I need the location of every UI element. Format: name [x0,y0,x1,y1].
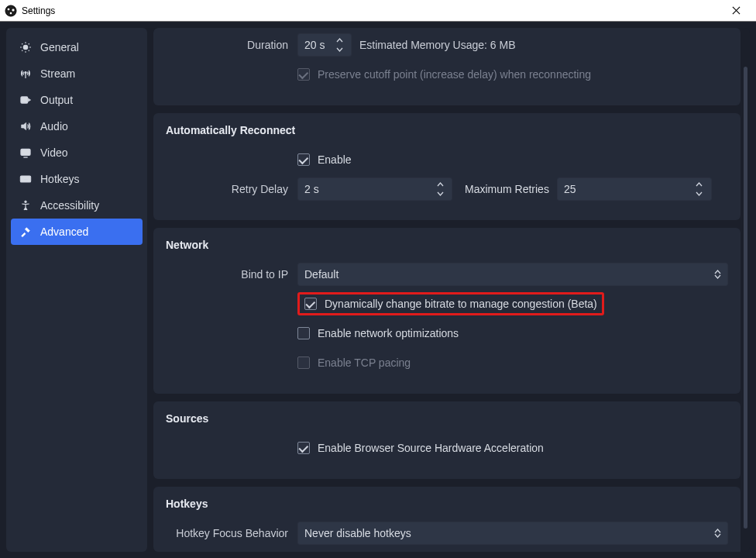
sidebar-item-audio[interactable]: Audio [11,113,143,140]
titlebar: Settings [0,0,756,22]
browser-accel-checkbox[interactable] [297,442,310,454]
svg-rect-8 [21,149,30,155]
gear-icon [19,40,33,54]
preserve-cutoff-checkbox [297,68,310,81]
sidebar-item-label: Video [40,146,68,159]
network-opt-label: Enable network optimizations [318,327,459,339]
sidebar-item-hotkeys[interactable]: Hotkeys [11,166,143,192]
spin-up[interactable] [435,181,445,189]
main-container: General Stream Output Audio Video Hotkey… [0,22,756,558]
spin-up[interactable] [334,36,345,45]
speaker-icon [19,119,33,133]
panel-title: Hotkeys [166,498,728,510]
panel-title: Network [166,239,728,251]
scrollbar[interactable] [744,67,747,529]
tools-icon [19,225,33,239]
tcp-pacing-label: Enable TCP pacing [318,356,411,369]
memory-usage-text: Estimated Memory Usage: 6 MB [359,39,516,51]
svg-rect-7 [21,97,28,103]
svg-point-3 [9,12,12,15]
accessibility-icon [19,198,33,212]
spin-down[interactable] [435,190,445,198]
reconnect-enable-label: Enable [318,153,352,166]
bind-ip-label: Bind to IP [166,268,297,281]
select-stepper-icon [714,529,721,538]
reconnect-enable-checkbox[interactable] [297,153,310,166]
sidebar-item-general[interactable]: General [11,34,143,60]
dynamic-bitrate-checkbox[interactable] [304,298,317,310]
svg-point-6 [25,71,27,74]
sidebar-item-accessibility[interactable]: Accessibility [11,192,143,219]
bind-ip-value: Default [304,268,338,281]
spin-up[interactable] [694,181,705,189]
max-retries-label: Maximum Retries [465,183,549,195]
bind-ip-select[interactable]: Default [297,263,728,286]
hotkey-behavior-select[interactable]: Never disable hotkeys [297,522,728,545]
select-stepper-icon [714,270,721,279]
dynamic-bitrate-label: Dynamically change bitrate to manage con… [325,298,597,310]
panel-auto-reconnect: Automatically Reconnect Enable Retry Del… [153,113,741,220]
spin-down[interactable] [694,190,705,198]
panel-stream-delay: Duration 20 s Estimated Memory Usage: 6 … [153,28,741,105]
tcp-pacing-checkbox [297,356,310,369]
sidebar-item-label: Hotkeys [40,173,80,185]
sidebar-item-label: General [40,41,79,53]
preserve-cutoff-label: Preserve cutoff point (increase delay) w… [318,68,591,81]
sidebar-item-label: Advanced [40,226,88,238]
monitor-icon [19,146,33,160]
keyboard-icon [19,172,33,186]
window-title: Settings [22,5,55,16]
network-opt-checkbox[interactable] [297,327,310,339]
panel-sources: Sources Enable Browser Source Hardware A… [153,401,741,479]
sidebar-item-label: Output [40,94,73,106]
sidebar-item-label: Accessibility [40,199,99,212]
sidebar-item-label: Stream [40,67,75,80]
sidebar: General Stream Output Audio Video Hotkey… [6,28,147,552]
svg-point-10 [25,201,27,203]
retry-delay-label: Retry Delay [166,183,297,195]
panel-network: Network Bind to IP Default [153,228,741,394]
max-retries-value: 25 [564,183,576,195]
sidebar-item-output[interactable]: Output [11,87,143,113]
spin-down[interactable] [334,46,345,54]
svg-rect-9 [20,176,30,182]
retry-delay-spinner[interactable]: 2 s [297,177,452,201]
hotkey-behavior-value: Never disable hotkeys [304,527,411,539]
panel-hotkeys: Hotkeys Hotkey Focus Behavior Never disa… [153,487,741,552]
duration-label: Duration [166,39,297,51]
svg-point-2 [12,8,15,11]
app-icon [5,5,17,17]
retry-delay-value: 2 s [304,183,319,195]
output-icon [19,93,33,107]
content-scroll: Duration 20 s Estimated Memory Usage: 6 … [153,28,741,552]
hotkey-behavior-label: Hotkey Focus Behavior [166,527,297,539]
duration-spinner[interactable]: 20 s [297,33,352,57]
browser-accel-label: Enable Browser Source Hardware Accelerat… [318,442,544,454]
content-area: Duration 20 s Estimated Memory Usage: 6 … [153,28,750,552]
duration-value: 20 s [304,39,325,51]
max-retries-spinner[interactable]: 25 [557,177,712,201]
close-button[interactable] [720,5,751,17]
panel-title: Automatically Reconnect [166,124,728,136]
sidebar-item-stream[interactable]: Stream [11,60,143,87]
panel-title: Sources [166,412,728,425]
svg-point-1 [7,8,10,11]
sidebar-item-video[interactable]: Video [11,140,143,166]
dynamic-bitrate-highlight: Dynamically change bitrate to manage con… [297,292,604,315]
antenna-icon [19,67,33,81]
sidebar-item-advanced[interactable]: Advanced [11,219,143,245]
sidebar-item-label: Audio [40,120,68,133]
